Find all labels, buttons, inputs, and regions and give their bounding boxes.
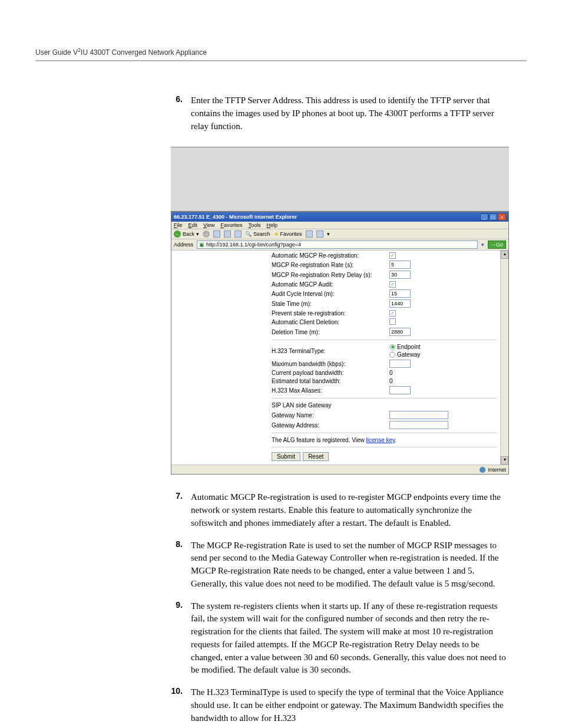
go-label: Go <box>496 242 503 248</box>
auto-rereg-checkbox[interactable]: ✓ <box>389 252 396 259</box>
refresh-icon[interactable] <box>224 230 231 238</box>
step-number: 10. <box>171 686 183 724</box>
go-button[interactable]: → Go <box>488 241 506 249</box>
search-icon: 🔍 <box>245 231 252 237</box>
page-header: User Guide V2IU 4300T Converged Network … <box>35 47 527 61</box>
menu-tools[interactable]: Tools <box>248 222 260 228</box>
stale-time-input[interactable] <box>389 299 411 308</box>
address-input[interactable]: ▣ http://192.168.1.1/cgi-bin/config?page… <box>197 241 478 249</box>
max-aliases-label: H.323 Max Aliases: <box>272 387 389 394</box>
step-number: 9. <box>171 600 183 677</box>
section-divider-3 <box>272 433 497 433</box>
est-bw-label: Estimated total bandwidth: <box>272 378 389 384</box>
auto-delete-label: Automatic Client Deletion: <box>272 319 389 325</box>
audit-interval-input[interactable] <box>389 289 411 298</box>
config-form: Automatic MGCP Re-registration: ✓ MGCP R… <box>272 251 500 465</box>
gw-addr-label: Gateway Address: <box>272 422 389 429</box>
page-icon: ▣ <box>199 242 204 248</box>
submit-button[interactable]: Submit <box>272 452 300 461</box>
auto-audit-label: Automatic MGCP Audit: <box>272 281 389 288</box>
history-icon[interactable] <box>316 230 323 238</box>
step-6: 6. Enter the TFTP Server Address. This a… <box>171 94 509 133</box>
address-value: http://192.168.1.1/cgi-bin/config?page=4 <box>206 242 301 248</box>
scroll-down-icon[interactable]: ▾ <box>501 456 508 465</box>
favorites-label: Favorites <box>280 231 302 237</box>
terminal-type-label: H.323 TerminalType: <box>272 348 389 354</box>
radio-gateway[interactable] <box>389 352 395 358</box>
auto-delete-checkbox[interactable] <box>389 318 396 325</box>
menu-favorites[interactable]: Favorites <box>220 222 242 228</box>
media-icon[interactable] <box>306 230 313 238</box>
gw-addr-input[interactable] <box>389 421 448 429</box>
embedded-screenshot: 66.23.177.51 E_4300 - Microsoft Internet… <box>171 147 509 475</box>
step-9: 9. The system re-registers clients when … <box>171 600 509 677</box>
search-label: Search <box>253 231 270 237</box>
scrollbar[interactable]: ▴ ▾ <box>500 251 508 465</box>
rereg-rate-input[interactable] <box>389 261 411 269</box>
stop-icon[interactable] <box>213 230 220 238</box>
back-button[interactable]: ← Back ▾ <box>174 230 199 238</box>
step-text: Automatic MGCP Re-registration is used t… <box>191 491 509 529</box>
left-padding <box>171 251 272 465</box>
radio-endpoint-label: Endpoint <box>397 344 420 350</box>
scroll-up-icon[interactable]: ▴ <box>501 251 508 259</box>
auto-audit-checkbox[interactable]: ✓ <box>389 281 396 288</box>
deletion-time-label: Deletion Time (m): <box>272 329 389 335</box>
address-dropdown-icon[interactable]: ▾ <box>481 242 484 248</box>
license-post: . <box>395 437 396 443</box>
step-text: Enter the TFTP Server Address. This addr… <box>191 94 509 133</box>
reset-button[interactable]: Reset <box>303 452 329 461</box>
close-button[interactable]: × <box>498 213 506 220</box>
license-text: The ALG feature is registered. View lice… <box>272 437 497 443</box>
menu-edit[interactable]: Edit <box>189 222 198 228</box>
deletion-time-input[interactable] <box>389 328 411 336</box>
audit-interval-label: Audit Cycle Interval (m): <box>272 291 389 297</box>
step-number: 6. <box>171 94 183 133</box>
menu-view[interactable]: View <box>203 222 214 228</box>
home-icon[interactable] <box>234 230 242 238</box>
ie-menubar: File Edit View Favorites Tools Help <box>171 222 508 229</box>
prevent-stale-checkbox[interactable]: ✓ <box>389 310 396 317</box>
stale-time-label: Stale Time (m): <box>272 301 389 307</box>
section-divider <box>272 340 497 340</box>
terminal-type-endpoint[interactable]: Endpoint <box>389 344 420 350</box>
address-label: Address <box>174 242 193 248</box>
menu-help[interactable]: Help <box>266 222 277 228</box>
ie-addressbar: Address ▣ http://192.168.1.1/cgi-bin/con… <box>171 239 508 251</box>
step-text: The MGCP Re-registration Rate is used to… <box>191 539 509 591</box>
window-title: 66.23.177.51 E_4300 - Microsoft Internet… <box>174 214 297 220</box>
step-10: 10. The H.323 TerminalType is used to sp… <box>171 686 509 724</box>
search-button[interactable]: 🔍 Search <box>245 231 270 237</box>
go-icon: → <box>491 242 496 248</box>
toolbar-dropdown-icon[interactable]: ▾ <box>327 231 330 237</box>
minimize-button[interactable]: _ <box>480 213 488 220</box>
ie-titlebar: 66.23.177.51 E_4300 - Microsoft Internet… <box>171 212 508 222</box>
maximize-button[interactable]: □ <box>489 213 497 220</box>
retry-delay-label: MGCP Re-registration Retry Delay (s): <box>272 272 389 278</box>
star-icon: ★ <box>274 231 279 237</box>
forward-button[interactable]: → <box>203 230 210 238</box>
radio-endpoint[interactable] <box>389 344 395 350</box>
cur-bw-value: 0 <box>389 370 393 376</box>
rereg-rate-label: MGCP Re-registration Rate (s): <box>272 262 389 268</box>
menu-file[interactable]: File <box>174 222 183 228</box>
max-aliases-input[interactable] <box>389 386 411 394</box>
favorites-button[interactable]: ★ Favorites <box>274 231 302 237</box>
ie-viewport: Automatic MGCP Re-registration: ✓ MGCP R… <box>171 251 508 465</box>
step-8: 8. The MGCP Re-registration Rate is used… <box>171 539 509 591</box>
retry-delay-input[interactable] <box>389 271 411 279</box>
license-link[interactable]: license key <box>366 437 395 443</box>
step-7: 7. Automatic MGCP Re-registration is use… <box>171 491 509 529</box>
cur-bw-label: Current payload bandwidth: <box>272 370 389 376</box>
est-bw-value: 0 <box>389 378 393 384</box>
step-number: 8. <box>171 539 183 591</box>
ie-window: 66.23.177.51 E_4300 - Microsoft Internet… <box>171 212 509 475</box>
sip-section-header: SIP LAN side Gateway <box>272 402 497 409</box>
section-divider-4 <box>272 447 497 447</box>
scroll-thumb[interactable] <box>501 259 508 456</box>
gw-name-input[interactable] <box>389 411 448 419</box>
max-bw-label: Maximum bandwidth (kbps): <box>272 361 389 367</box>
max-bw-input[interactable] <box>389 360 411 368</box>
terminal-type-gateway[interactable]: Gateway <box>389 351 420 358</box>
gw-name-label: Gateway Name: <box>272 412 389 419</box>
